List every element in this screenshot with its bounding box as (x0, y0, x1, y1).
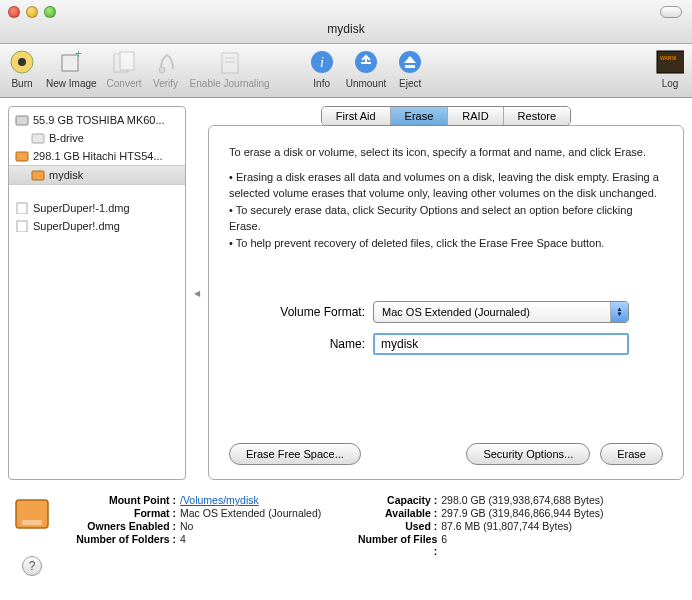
svg-rect-19 (32, 171, 44, 180)
minimize-window-button[interactable] (26, 6, 38, 18)
svg-text:+: + (75, 49, 82, 61)
erase-button[interactable]: Erase (600, 443, 663, 465)
sidebar-disk-toshiba[interactable]: 55.9 GB TOSHIBA MK60... (9, 111, 185, 129)
available-value: 297.9 GB (319,846,866,944 Bytes) (441, 507, 603, 519)
volume-icon (31, 132, 45, 144)
internal-hdd-icon (15, 114, 29, 126)
used-value: 87.6 MB (91,807,744 Bytes) (441, 520, 572, 532)
info-button[interactable]: i Info (308, 48, 336, 89)
eject-icon (396, 48, 424, 76)
svg-point-6 (159, 67, 165, 73)
select-arrows-icon: ▲▼ (610, 302, 628, 322)
external-hdd-icon (15, 150, 29, 162)
log-icon: WARNI (656, 48, 684, 76)
format-label: Format : (66, 507, 176, 519)
svg-rect-7 (222, 53, 238, 73)
close-window-button[interactable] (8, 6, 20, 18)
enable-journaling-button[interactable]: Enable Journaling (190, 48, 270, 89)
used-label: Used : (357, 520, 437, 532)
zoom-window-button[interactable] (44, 6, 56, 18)
capacity-value: 298.0 GB (319,938,674,688 Bytes) (441, 494, 603, 506)
svg-rect-5 (120, 52, 134, 70)
mount-point-label: Mount Point : (66, 494, 176, 506)
volume-name-input[interactable] (373, 333, 629, 355)
dmg-icon (15, 220, 29, 232)
journaling-icon (216, 48, 244, 76)
mount-point-link[interactable]: /Volumes/mydisk (180, 494, 259, 506)
tab-erase[interactable]: Erase (391, 107, 449, 125)
files-label: Number of Files : (357, 533, 437, 557)
erase-panel: To erase a disk or volume, select its ic… (208, 125, 684, 480)
burn-icon (8, 48, 36, 76)
eject-button[interactable]: Eject (396, 48, 424, 89)
available-label: Available : (357, 507, 437, 519)
new-image-button[interactable]: + New Image (46, 48, 97, 89)
selected-volume-icon (12, 494, 52, 534)
verify-icon (152, 48, 180, 76)
help-button[interactable]: ? (22, 556, 42, 576)
sidebar-disk-hitachi[interactable]: 298.1 GB Hitachi HTS54... (9, 147, 185, 165)
capacity-label: Capacity : (357, 494, 437, 506)
new-image-icon: + (57, 48, 85, 76)
svg-rect-16 (16, 116, 28, 125)
info-icon: i (308, 48, 336, 76)
window-title: mydisk (0, 0, 692, 36)
owners-label: Owners Enabled : (66, 520, 176, 532)
volume-format-select[interactable]: Mac OS Extended (Journaled) ▲▼ (373, 301, 629, 323)
files-value: 6 (441, 533, 447, 557)
svg-rect-18 (16, 152, 28, 161)
folders-label: Number of Folders : (66, 533, 176, 545)
erase-bullet-1: • Erasing a disk erases all data and vol… (229, 169, 663, 202)
toolbar-toggle-button[interactable] (660, 6, 682, 18)
volume-format-label: Volume Format: (229, 305, 365, 319)
svg-text:i: i (320, 55, 324, 70)
erase-free-space-button[interactable]: Erase Free Space... (229, 443, 361, 465)
format-value: Mac OS Extended (Journaled) (180, 507, 321, 519)
unmount-button[interactable]: Unmount (346, 48, 387, 89)
svg-point-1 (18, 58, 26, 66)
sidebar-resize-handle[interactable]: ◀ (194, 106, 200, 480)
dmg-icon (15, 202, 29, 214)
svg-rect-20 (17, 203, 27, 214)
convert-icon (110, 48, 138, 76)
toolbar: Burn + New Image Convert Verify Enable J… (0, 44, 692, 98)
svg-rect-21 (17, 221, 27, 232)
erase-bullet-2: • To securely erase data, click Security… (229, 202, 663, 235)
sidebar-volume-mydisk[interactable]: mydisk (9, 165, 185, 185)
convert-button[interactable]: Convert (107, 48, 142, 89)
disk-list-sidebar: 55.9 GB TOSHIBA MK60... B-drive 298.1 GB… (8, 106, 186, 480)
security-options-button[interactable]: Security Options... (466, 443, 590, 465)
volume-name-label: Name: (229, 337, 365, 351)
sidebar-image-sd1[interactable]: SuperDuper!-1.dmg (9, 199, 185, 217)
svg-rect-17 (32, 134, 44, 143)
erase-intro: To erase a disk or volume, select its ic… (229, 144, 663, 161)
unmount-icon (352, 48, 380, 76)
svg-rect-23 (22, 520, 42, 525)
erase-bullet-3: • To help prevent recovery of deleted fi… (229, 235, 663, 252)
sidebar-image-sd2[interactable]: SuperDuper!.dmg (9, 217, 185, 235)
tab-raid[interactable]: RAID (448, 107, 503, 125)
volume-icon (31, 169, 45, 181)
svg-text:WARNI: WARNI (660, 55, 676, 61)
owners-value: No (180, 520, 193, 532)
burn-button[interactable]: Burn (8, 48, 36, 89)
verify-button[interactable]: Verify (152, 48, 180, 89)
folders-value: 4 (180, 533, 186, 545)
tab-restore[interactable]: Restore (504, 107, 571, 125)
sidebar-volume-bdrive[interactable]: B-drive (9, 129, 185, 147)
tab-first-aid[interactable]: First Aid (322, 107, 391, 125)
log-button[interactable]: WARNI Log (656, 48, 684, 89)
